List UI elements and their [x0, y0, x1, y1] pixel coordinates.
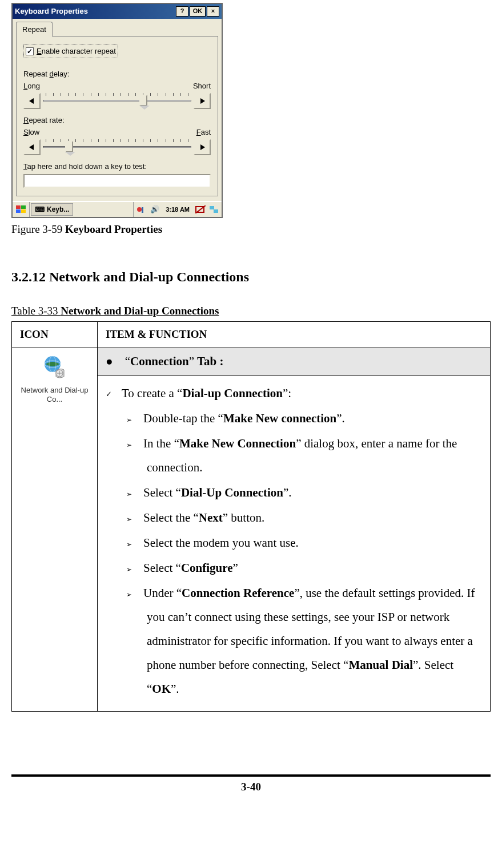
tray-status-icon[interactable] — [136, 204, 146, 215]
svg-rect-12 — [210, 206, 214, 209]
step-intro: ✓To create a “Dial-up Connection”: — [106, 381, 482, 405]
keyboard-icon: ⌨ — [35, 204, 45, 215]
connection-tab-name: Connection — [130, 354, 189, 368]
connection-tab-row: ● “Connection” Tab : — [98, 348, 490, 376]
icon-cell: Network and Dial-up Co... — [12, 348, 98, 712]
delay-ticks — [43, 93, 191, 96]
repeat-rate-label: Repeat rate: — [23, 115, 211, 126]
checkbox-icon[interactable] — [26, 47, 34, 55]
table-row: Network and Dial-up Co... ● “Connection”… — [12, 348, 491, 712]
svg-marker-2 — [29, 144, 34, 150]
right-triangle-icon — [199, 98, 205, 104]
titlebar-buttons: ? OK × — [176, 6, 219, 17]
section-heading: 3.2.12 Network and Dial-up Connections — [11, 267, 491, 287]
page-number: 3-40 — [11, 777, 491, 796]
left-triangle-icon — [29, 144, 35, 150]
svg-rect-13 — [214, 209, 218, 213]
rate-track[interactable] — [43, 139, 191, 155]
step-4: ➢Select the “Next” button. — [106, 506, 482, 530]
connection-tab-suffix: Tab : — [194, 354, 223, 368]
repeat-delay-label: Repeat delay: — [23, 68, 211, 80]
tab-panel: Enable character repeat Repeat delay: Lo… — [16, 36, 218, 196]
col-icon-header: ICON — [12, 322, 98, 348]
svg-rect-6 — [16, 209, 21, 213]
tab-bar: Repeat — [13, 20, 222, 37]
tray-speaker-icon[interactable]: 🔊 — [150, 204, 160, 215]
help-button[interactable]: ? — [176, 6, 188, 17]
connections-table: ICON ITEM & FUNCTION Network and Dial-up… — [11, 321, 491, 712]
figure-title: Keyboard Properties — [65, 223, 162, 235]
tray-network-icon[interactable] — [209, 204, 219, 215]
step-7: ➢Under “Connection Reference”, use the d… — [106, 581, 482, 701]
svg-rect-4 — [16, 205, 21, 209]
dialog-title: Keyboard Properties — [15, 6, 176, 17]
system-tray: 🔊 3:18 AM — [133, 202, 222, 217]
delay-left-arrow-button[interactable] — [23, 93, 41, 109]
taskbar: ⌨ Keyb... 🔊 3:18 AM — [13, 201, 222, 217]
rate-fast-label: Fast — [196, 127, 211, 138]
rate-left-arrow-button[interactable] — [23, 139, 41, 155]
delay-short-label: Short — [193, 80, 211, 92]
taskbar-app-label: Keyb... — [47, 204, 69, 215]
svg-point-8 — [137, 207, 142, 212]
enable-repeat-checkbox-row[interactable]: Enable character repeat — [23, 45, 118, 58]
left-triangle-icon — [29, 98, 35, 104]
table-header-row: ICON ITEM & FUNCTION — [12, 322, 491, 348]
col-item-header: ITEM & FUNCTION — [98, 322, 491, 348]
svg-rect-5 — [21, 205, 26, 209]
table-caption: Table 3-33 Network and Dial-up Connectio… — [11, 303, 491, 320]
step-2: ➢In the “Make New Connection” dialog box… — [106, 431, 482, 479]
table-caption-title: Network and Dial-up Connections — [61, 305, 219, 317]
keyboard-properties-dialog: Keyboard Properties ? OK × Repeat Enable… — [11, 3, 223, 218]
network-connections-icon — [41, 354, 69, 381]
test-label: Tap here and hold down a key to test: — [23, 161, 211, 172]
svg-marker-0 — [29, 98, 34, 104]
tray-battery-icon[interactable] — [195, 204, 206, 215]
enable-repeat-label: Enable character repeat — [37, 46, 116, 57]
rate-range-labels: Slow Fast — [23, 127, 211, 138]
rate-right-arrow-button[interactable] — [194, 139, 211, 155]
icon-label: Network and Dial-up Co... — [15, 386, 94, 405]
windows-flag-icon — [16, 205, 26, 213]
delay-slider — [23, 93, 211, 109]
step-3: ➢Select “Dial-Up Connection”. — [106, 481, 482, 504]
delay-thumb[interactable] — [139, 95, 147, 106]
start-button[interactable] — [13, 202, 30, 217]
rate-slider — [23, 139, 211, 155]
delay-right-arrow-button[interactable] — [194, 93, 211, 109]
steps-list: ✓To create a “Dial-up Connection”: ➢Doub… — [98, 376, 490, 711]
dialog-titlebar: Keyboard Properties ? OK × — [13, 4, 222, 19]
ok-button[interactable]: OK — [190, 6, 206, 17]
close-button[interactable]: × — [207, 6, 219, 17]
right-triangle-icon — [199, 144, 205, 150]
tab-repeat[interactable]: Repeat — [16, 22, 53, 37]
taskbar-clock: 3:18 AM — [163, 205, 192, 215]
rate-slow-label: Slow — [23, 127, 39, 138]
svg-rect-9 — [142, 207, 143, 213]
taskbar-app-button[interactable]: ⌨ Keyb... — [31, 203, 73, 216]
delay-range-labels: Long Short — [23, 80, 211, 92]
figure-caption: Figure 3-59 Keyboard Properties — [11, 221, 491, 238]
svg-marker-1 — [200, 98, 205, 104]
svg-marker-3 — [200, 144, 205, 150]
table-caption-prefix: Table 3-33 — [11, 305, 61, 317]
step-6: ➢Select “Configure” — [106, 556, 482, 580]
figure-prefix: Figure 3-59 — [11, 223, 65, 235]
rate-thumb[interactable] — [65, 141, 73, 152]
svg-rect-7 — [21, 209, 26, 213]
step-1: ➢Double-tap the “Make New connection”. — [106, 406, 482, 430]
function-cell: ● “Connection” Tab : ✓To create a “Dial-… — [98, 348, 491, 712]
step-5: ➢Select the modem you want use. — [106, 531, 482, 555]
delay-long-label: Long — [23, 80, 40, 92]
test-input[interactable] — [23, 174, 211, 188]
delay-track[interactable] — [43, 93, 191, 109]
